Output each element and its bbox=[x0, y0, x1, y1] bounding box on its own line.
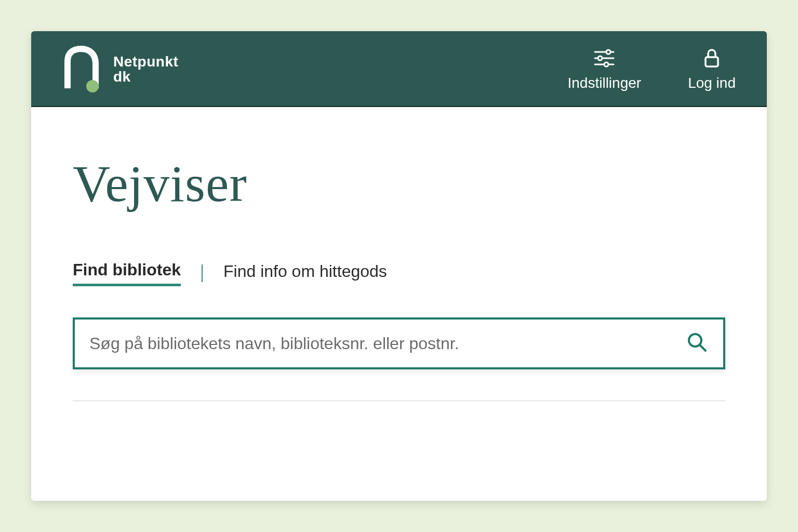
svg-point-2 bbox=[606, 50, 610, 54]
login-button[interactable]: Log ind bbox=[688, 47, 736, 91]
brand[interactable]: Netpunkt dk bbox=[62, 46, 178, 92]
brand-line2: dk bbox=[113, 69, 178, 84]
brand-line1: Netpunkt bbox=[113, 54, 178, 69]
brand-logo-icon bbox=[62, 46, 104, 92]
section-divider bbox=[73, 401, 725, 401]
svg-point-6 bbox=[604, 62, 608, 66]
brand-text: Netpunkt dk bbox=[113, 54, 178, 85]
settings-label: Indstillinger bbox=[567, 75, 641, 91]
search-input[interactable] bbox=[89, 334, 686, 353]
page-title: Vejviser bbox=[73, 154, 725, 214]
svg-point-0 bbox=[86, 80, 99, 92]
tab-separator bbox=[202, 264, 203, 282]
login-label: Log ind bbox=[688, 75, 736, 91]
svg-line-9 bbox=[700, 345, 706, 351]
app-header: Netpunkt dk Indstillinger bbox=[31, 31, 767, 107]
settings-button[interactable]: Indstillinger bbox=[567, 47, 641, 91]
lock-icon bbox=[700, 47, 723, 70]
main-content: Vejviser Find bibliotek Find info om hit… bbox=[31, 107, 767, 422]
search-box bbox=[73, 317, 725, 369]
search-icon bbox=[686, 331, 709, 356]
tab-find-bibliotek[interactable]: Find bibliotek bbox=[73, 260, 181, 286]
svg-rect-7 bbox=[706, 57, 718, 66]
app-card: Netpunkt dk Indstillinger bbox=[31, 31, 767, 501]
search-button[interactable] bbox=[686, 332, 709, 355]
svg-point-4 bbox=[598, 56, 602, 60]
header-actions: Indstillinger Log ind bbox=[567, 47, 736, 91]
sliders-icon bbox=[593, 47, 616, 70]
tab-find-hittegods[interactable]: Find info om hittegods bbox=[223, 262, 387, 285]
tabs: Find bibliotek Find info om hittegods bbox=[73, 260, 725, 286]
